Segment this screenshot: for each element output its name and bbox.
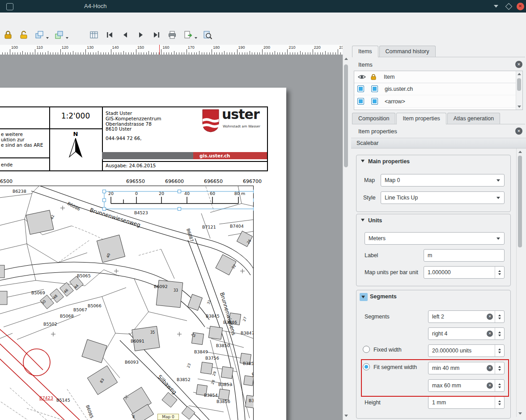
units-select[interactable]: Meters xyxy=(365,232,505,245)
next-feature-button[interactable] xyxy=(135,29,147,41)
export-atlas-button[interactable] xyxy=(182,29,194,41)
map-units-per-bar-label: Map units per bar unit xyxy=(365,269,418,276)
spinner-value: 1.000000 xyxy=(424,269,451,276)
selection-handles[interactable] xyxy=(103,190,254,211)
style-select[interactable]: Line Ticks Up xyxy=(381,191,505,204)
tab-composition[interactable]: Composition xyxy=(352,113,395,124)
scroll-down-icon[interactable] xyxy=(518,412,522,415)
scroll-up-icon[interactable] xyxy=(344,58,348,60)
collapse-arrow-icon[interactable] xyxy=(361,219,365,221)
tab-item-properties[interactable]: Item properties xyxy=(396,113,446,124)
map-units-per-bar-spinner[interactable]: 1.000000 xyxy=(424,266,505,279)
canvas-vertical-scrollbar[interactable] xyxy=(343,55,349,420)
clear-icon[interactable]: ✕ xyxy=(487,365,493,371)
item-row[interactable]: <arrow> xyxy=(354,95,516,108)
map-select[interactable]: Map 0 xyxy=(381,174,505,187)
map-coordinate: 696700 xyxy=(243,178,262,184)
raise-items-button[interactable] xyxy=(53,29,65,41)
tab-atlas-generation[interactable]: Atlas generation xyxy=(447,113,500,124)
spinner-buttons[interactable] xyxy=(495,311,504,322)
window-menu-icon[interactable] xyxy=(6,3,13,10)
map-select-value: Map 0 xyxy=(381,177,400,183)
lock-open-icon xyxy=(19,30,29,40)
scroll-up-icon[interactable] xyxy=(518,151,522,153)
spinner-value: right 4 xyxy=(428,331,447,337)
item-visibility-checkbox[interactable] xyxy=(357,98,364,105)
scroll-up-icon[interactable] xyxy=(518,73,521,75)
lock-selected-items-button[interactable] xyxy=(2,29,14,41)
map-label: B3847 xyxy=(241,331,254,335)
item-properties-title: Item properties xyxy=(358,128,397,135)
print-atlas-button[interactable] xyxy=(166,29,178,41)
map-label: 27 xyxy=(242,316,247,322)
preview-atlas-button[interactable] xyxy=(201,29,214,41)
first-feature-button[interactable] xyxy=(103,29,116,41)
collapse-arrow-icon[interactable] xyxy=(361,160,365,162)
composer-canvas[interactable]: 1:2'000 e weitereuktion zure sind an das… xyxy=(0,55,343,420)
ruler-number: 200 xyxy=(263,45,270,50)
tab-command-history[interactable]: Command history xyxy=(379,46,436,57)
titlebar-shade-button[interactable] xyxy=(492,2,500,10)
group-items-button[interactable] xyxy=(33,29,46,41)
map-label: B5069 xyxy=(31,290,45,295)
clear-icon[interactable]: ✕ xyxy=(487,314,493,320)
panel-vertical-scrollbar[interactable] xyxy=(516,148,523,417)
height-spinner[interactable]: 1 mm xyxy=(428,396,505,409)
map-label: 35 xyxy=(150,331,155,335)
spinner-buttons[interactable] xyxy=(495,380,504,391)
group-title: Units xyxy=(368,217,382,224)
composition-page[interactable]: 1:2'000 e weitereuktion zure sind an das… xyxy=(0,88,286,420)
item-properties-close-button[interactable]: ✕ xyxy=(515,127,522,135)
segments-left-spinner[interactable]: left 2 ✕ xyxy=(428,310,505,323)
spinner-buttons[interactable] xyxy=(495,397,504,408)
unlock-all-items-button[interactable] xyxy=(17,29,30,41)
fit-min-spinner[interactable]: min 40 mm ✕ xyxy=(428,362,505,374)
fit-max-spinner[interactable]: max 60 mm ✕ xyxy=(428,379,505,392)
items-panel-close-button[interactable]: ✕ xyxy=(515,61,522,68)
last-feature-button[interactable] xyxy=(150,29,163,41)
map-item[interactable]: B623842B6086BrunnenwiesenwegB4523B6087B7… xyxy=(0,186,254,420)
scrollbar-thumb[interactable] xyxy=(344,64,348,167)
titlebar-maximize-button[interactable] xyxy=(505,2,513,10)
map-scale-text: 1:2'000 xyxy=(49,111,102,120)
tab-items[interactable]: Items xyxy=(352,46,378,57)
ruler-tick xyxy=(111,49,111,55)
scroll-down-icon[interactable] xyxy=(518,106,521,108)
ruler-tick xyxy=(338,49,338,55)
spin-down-icon xyxy=(498,273,501,275)
collapse-arrow-icon[interactable] xyxy=(361,296,365,298)
unit-label-input[interactable]: m xyxy=(424,249,505,262)
map-label: 33 xyxy=(174,288,178,293)
panel-top-tabs: ItemsCommand history xyxy=(352,45,525,57)
spinner-buttons[interactable] xyxy=(495,328,504,339)
ruler-tick xyxy=(287,49,288,55)
previous-feature-button[interactable] xyxy=(119,29,132,41)
item-lock-checkbox[interactable] xyxy=(371,85,378,92)
clear-icon[interactable]: ✕ xyxy=(487,331,493,337)
fixed-width-spinner[interactable]: 20.000000 units xyxy=(428,344,505,357)
segments-right-spinner[interactable]: right 4 ✕ xyxy=(428,327,505,340)
main-toolbar xyxy=(0,13,349,45)
map-coordinate: 696650 xyxy=(204,178,223,184)
item-visibility-checkbox[interactable] xyxy=(357,85,364,92)
dropdown-caret-icon xyxy=(66,37,68,39)
spinner-buttons[interactable] xyxy=(495,362,504,374)
clear-icon[interactable]: ✕ xyxy=(487,382,493,389)
scroll-down-icon[interactable] xyxy=(344,415,348,417)
spin-up-icon xyxy=(498,366,501,368)
scrollbar-thumb[interactable] xyxy=(517,78,521,91)
fit-segment-width-radio[interactable] xyxy=(363,363,370,370)
titlebar-close-button[interactable]: ✕ xyxy=(516,2,524,10)
eye-icon xyxy=(358,74,366,80)
items-list[interactable]: Item gis.uster.ch<arrow> xyxy=(354,71,523,110)
items-list-scrollbar[interactable] xyxy=(516,71,522,110)
fixed-width-radio[interactable] xyxy=(363,346,370,353)
atlas-settings-button[interactable] xyxy=(88,29,100,41)
spinner-buttons[interactable] xyxy=(495,345,504,356)
item-row[interactable]: gis.uster.ch xyxy=(354,83,516,95)
unit-label-label: Label xyxy=(365,252,378,259)
scalebar-item[interactable]: 20020406080 m xyxy=(103,190,254,211)
item-lock-checkbox[interactable] xyxy=(371,98,378,105)
scrollbar-thumb[interactable] xyxy=(518,156,522,247)
spinner-buttons[interactable] xyxy=(495,267,504,278)
